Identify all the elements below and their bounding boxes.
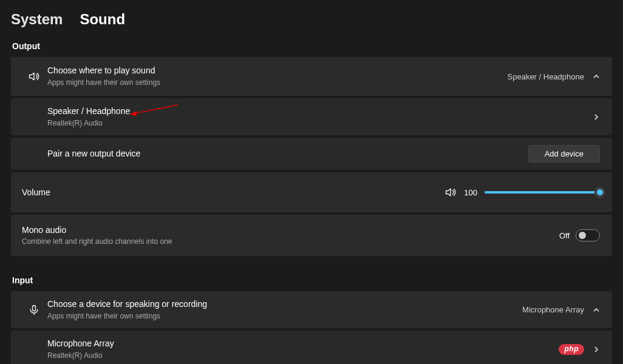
pair-output-label: Pair a new output device <box>47 148 528 160</box>
input-device-title: Microphone Array <box>47 338 559 349</box>
mono-audio-sub: Combine left and right audio channels in… <box>22 237 559 246</box>
input-device-row[interactable]: Microphone Array Realtek(R) Audio php <box>11 331 612 364</box>
volume-value: 100 <box>464 188 477 197</box>
add-device-button[interactable]: Add device <box>528 145 600 163</box>
choose-output-row[interactable]: Choose where to play sound Apps might ha… <box>11 57 612 96</box>
choose-input-subtitle: Apps might have their own settings <box>47 311 522 321</box>
volume-label: Volume <box>22 187 444 197</box>
volume-row: Volume 100 <box>11 172 612 212</box>
page-title: Sound <box>80 11 125 28</box>
chevron-right-icon <box>593 346 600 353</box>
pair-output-row: Pair a new output device Add device <box>11 138 612 170</box>
chevron-right-icon <box>593 113 600 121</box>
choose-output-value: Speaker / Headphone <box>508 72 584 81</box>
microphone-icon <box>21 304 47 316</box>
choose-output-subtitle: Apps might have their own settings <box>47 78 508 87</box>
volume-slider[interactable] <box>485 187 600 198</box>
section-title-output: Output <box>12 41 612 51</box>
speaker-icon[interactable] <box>444 186 457 198</box>
toggle-knob <box>579 232 586 239</box>
input-device-sub: Realtek(R) Audio <box>47 351 559 360</box>
chevron-up-icon <box>593 306 600 314</box>
output-device-sub: Realtek(R) Audio <box>47 118 593 128</box>
mono-toggle[interactable] <box>576 229 600 241</box>
breadcrumb: System Sound <box>11 11 612 28</box>
mono-audio-row: Mono audio Combine left and right audio … <box>11 215 612 256</box>
choose-input-row[interactable]: Choose a device for speaking or recordin… <box>11 291 612 328</box>
chevron-up-icon <box>593 73 600 80</box>
choose-output-title: Choose where to play sound <box>47 65 508 76</box>
speaker-icon <box>21 70 47 83</box>
mono-state-label: Off <box>559 231 570 240</box>
svg-rect-0 <box>33 305 36 311</box>
section-title-input: Input <box>12 275 612 285</box>
php-badge: php <box>559 344 585 355</box>
output-device-row[interactable]: Speaker / Headphone Realtek(R) Audio <box>11 98 612 135</box>
mono-audio-title: Mono audio <box>22 224 559 236</box>
breadcrumb-system[interactable]: System <box>11 11 63 28</box>
choose-input-value: Microphone Array <box>522 305 584 314</box>
choose-input-title: Choose a device for speaking or recordin… <box>47 298 522 310</box>
output-device-title: Speaker / Headphone <box>47 106 593 117</box>
